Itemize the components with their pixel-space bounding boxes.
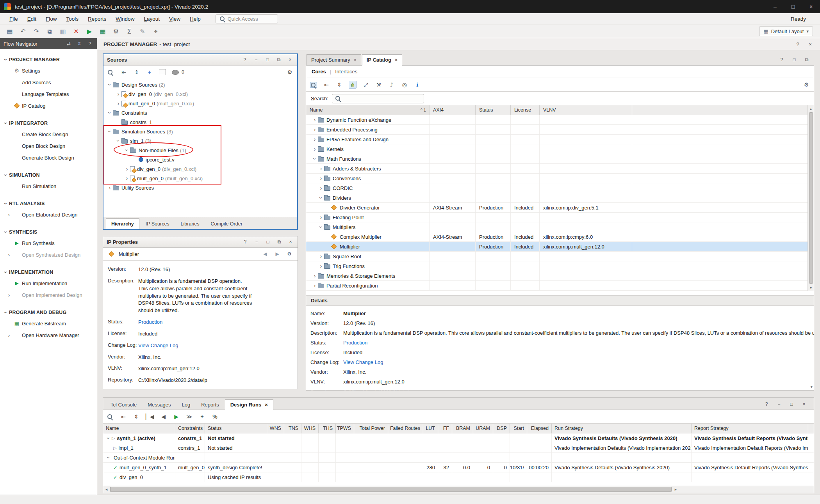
column-header-ff[interactable]: FF [438, 424, 452, 433]
menu-file[interactable]: File [5, 14, 22, 23]
tab-design-runs[interactable]: Design Runs× [225, 399, 273, 410]
field-link[interactable]: Production [343, 340, 379, 346]
catalog-row-dynamic-function-exchange[interactable]: ›Dynamic Function eXchange [306, 115, 814, 125]
chevron-right-icon[interactable]: › [318, 185, 324, 191]
flow-item-generate-block-design[interactable]: Generate Block Design [0, 152, 97, 163]
tab-ip-catalog[interactable]: IP Catalog× [362, 54, 402, 66]
create-run-icon[interactable]: + [199, 413, 206, 421]
modified-files-badge[interactable] [172, 70, 179, 75]
chevron-down-icon[interactable]: › [116, 138, 121, 144]
column-header-status[interactable]: Status [205, 424, 267, 433]
chevron-down-icon[interactable]: › [318, 224, 324, 230]
column-header-status[interactable]: Status [476, 105, 511, 115]
minimize-icon[interactable]: − [253, 56, 260, 64]
settings-gear-icon[interactable]: ⚙ [110, 27, 122, 37]
flow-item-open-synthesized-design[interactable]: ›Open Synthesized Design [0, 249, 97, 261]
expand-all-icon[interactable]: ⇕ [336, 81, 343, 89]
chevron-down-icon[interactable]: › [124, 147, 130, 153]
help-icon[interactable]: ? [794, 40, 801, 48]
chevron-down-icon[interactable]: › [107, 110, 112, 116]
hierarchy-view-icon[interactable]: ⋔ [349, 81, 357, 89]
field-link[interactable]: Production [138, 319, 162, 326]
back-icon[interactable]: ◀ [262, 250, 269, 258]
file-icon[interactable] [159, 69, 166, 75]
search-icon[interactable] [310, 82, 317, 88]
catalog-row-complex-multiplier[interactable]: Complex MultiplierAXI4-StreamProductionI… [306, 232, 814, 242]
chevron-right-icon[interactable]: › [318, 254, 324, 259]
scrollbar-thumb[interactable] [809, 112, 813, 284]
catalog-row-conversions[interactable]: ›Conversions [306, 174, 814, 183]
report-icon[interactable]: ▦ [97, 27, 109, 37]
flow-section-header-simulation[interactable]: ›SIMULATION [0, 170, 97, 180]
chevron-right-icon[interactable]: › [107, 185, 113, 190]
add-sources-icon[interactable]: + [146, 68, 153, 76]
paste-icon[interactable]: ▥ [57, 27, 69, 37]
scroll-down-icon[interactable]: ▾ [810, 284, 812, 291]
column-header-run-strategy[interactable]: Run Strategy [552, 424, 692, 433]
catalog-row-trig-functions[interactable]: ›Trig Functions [306, 261, 814, 271]
catalog-row-kernels[interactable]: ›Kernels [306, 144, 814, 154]
catalog-row-multipliers[interactable]: ›Multipliers [306, 222, 814, 232]
column-header-elapsed[interactable]: Elapsed [527, 424, 552, 433]
export-icon[interactable]: ⤴ [388, 81, 395, 89]
column-header-report-strategy[interactable]: Report Strategy [692, 424, 808, 433]
column-header-dsp[interactable]: DSP [493, 424, 510, 433]
search-icon[interactable] [107, 69, 114, 75]
column-header-name[interactable]: Name^ 1 [306, 105, 430, 115]
chevron-right-icon[interactable]: › [312, 146, 318, 152]
chevron-right-icon[interactable]: › [115, 101, 121, 106]
column-header-name[interactable]: Name [103, 424, 175, 433]
column-header-uram[interactable]: URAM [473, 424, 493, 433]
menu-layout[interactable]: Layout [140, 14, 164, 23]
settings-gear-icon[interactable]: ⚙ [803, 81, 810, 89]
sources-tab-libraries[interactable]: Libraries [176, 218, 205, 229]
search-icon[interactable] [107, 414, 114, 420]
scrollbar-thumb[interactable] [110, 487, 672, 492]
customize-icon[interactable]: ⚒ [375, 81, 382, 89]
chevron-down-icon[interactable]: › [312, 156, 317, 162]
percent-icon[interactable]: % [212, 413, 219, 421]
settings-gear-icon[interactable]: ⚙ [286, 68, 293, 76]
close-icon[interactable]: × [287, 238, 294, 246]
flow-item-add-sources[interactable]: Add Sources [0, 76, 97, 88]
chevron-down-icon[interactable]: › [107, 128, 112, 135]
column-header-start[interactable]: Start [510, 424, 527, 433]
design-run-row-impl-1[interactable]: ▷impl_1constrs_1Not startedVivado Implem… [103, 443, 814, 453]
collapse-all-icon[interactable]: ⇤ [120, 413, 127, 421]
column-header-tpws[interactable]: TPWS [336, 424, 354, 433]
sources-tab-compile-order[interactable]: Compile Order [206, 218, 248, 229]
layout-selector[interactable]: ▦ Default Layout ▾ [759, 27, 813, 36]
maximize-icon[interactable]: ⧉ [275, 56, 282, 64]
pin-icon[interactable]: ⇄ [65, 40, 72, 48]
menu-flow[interactable]: Flow [42, 14, 61, 23]
flow-item-open-block-design[interactable]: Open Block Design [0, 140, 97, 152]
collapse-all-icon[interactable]: ⇤ [323, 81, 330, 89]
source-tree-item-ipcore-test-v[interactable]: ipcore_test.v [103, 155, 297, 164]
delete-icon[interactable]: ✕ [70, 27, 82, 37]
source-tree-item-mult-gen-0[interactable]: ›mult_gen_0(mult_gen_0.xci) [103, 174, 297, 183]
go-to-start-icon[interactable]: ▏◀ [146, 413, 154, 421]
undo-icon[interactable]: ↶ [17, 27, 29, 37]
collapse-all-icon[interactable]: ⇤ [120, 68, 127, 76]
minimize-button[interactable]: – [766, 0, 784, 13]
save-icon[interactable]: ▤ [4, 27, 16, 37]
column-header-wns[interactable]: WNS [267, 424, 284, 433]
column-header-lut[interactable]: LUT [423, 424, 438, 433]
maximize-icon[interactable]: ⧉ [803, 56, 810, 64]
menu-help[interactable]: Help [186, 14, 205, 23]
scroll-right-icon[interactable]: ▸ [672, 486, 679, 493]
detach-icon[interactable]: ⤢ [362, 81, 369, 89]
step-back-icon[interactable]: ◀ [160, 413, 167, 421]
chevron-down-icon[interactable]: › [107, 82, 112, 88]
close-tab-icon[interactable]: × [354, 57, 357, 63]
column-header-ths[interactable]: THS [319, 424, 336, 433]
float-icon[interactable]: □ [264, 56, 271, 64]
field-link[interactable]: View Change Log [343, 359, 395, 365]
source-tree-item-sim-1[interactable]: ›sim_1(3) [103, 136, 297, 146]
flow-section-header-rtl-analysis[interactable]: ›RTL ANALYSIS [0, 199, 97, 209]
flow-item-open-elaborated-design[interactable]: ›Open Elaborated Design [0, 209, 97, 220]
probe-icon[interactable]: ⌖ [150, 27, 162, 37]
catalog-row-divider-generator[interactable]: Divider GeneratorAXI4-StreamProductionIn… [306, 203, 814, 213]
maximize-icon[interactable]: ⧉ [276, 238, 283, 246]
menu-reports[interactable]: Reports [84, 14, 110, 23]
